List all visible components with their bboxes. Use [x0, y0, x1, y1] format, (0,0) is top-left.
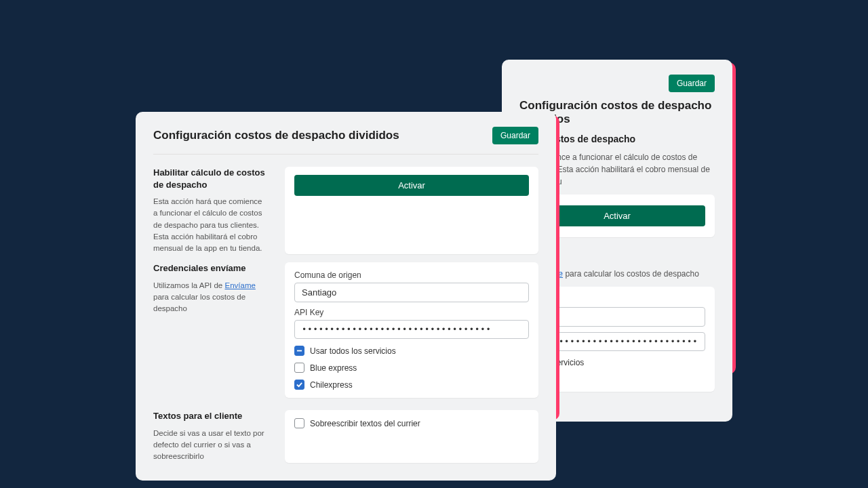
creds-desc-suffix-back: para calcular los costos de despacho [563, 269, 699, 279]
activate-button-front[interactable]: Activar [294, 175, 529, 196]
config-card-front: Configuración costos de despacho dividid… [136, 112, 556, 481]
check-blue-label: Blue express [310, 363, 357, 373]
comuna-input-front[interactable] [294, 283, 529, 302]
svg-rect-0 [297, 350, 302, 352]
check-chile-row: Chilexpress [294, 380, 529, 390]
check-override-row: Sobreescribir textos del currier [294, 418, 529, 428]
enable-desc-front: Esta acción hará que comience a funciona… [153, 196, 269, 254]
check-all-row: Usar todos los servicios [294, 346, 529, 356]
enable-title-front: Habilitar cálculo de costos de despacho [153, 167, 269, 190]
apikey-input-front[interactable] [294, 320, 529, 339]
creds-desc-suffix-front: para calcular los costos de despacho [153, 293, 245, 312]
check-chile-box[interactable] [294, 380, 304, 390]
check-override-box[interactable] [294, 418, 304, 428]
check-chile-label: Chilexpress [310, 380, 353, 390]
save-button-front[interactable]: Guardar [492, 127, 538, 144]
creds-desc-prefix-front: Utilizamos la API de [153, 281, 224, 289]
card-header-front: Configuración costos de despacho dividid… [153, 127, 538, 155]
comuna-label-front: Comuna de origen [294, 270, 529, 280]
save-button-back[interactable]: Guardar [669, 75, 715, 92]
check-all-box[interactable] [294, 346, 304, 356]
section-texts-front: Textos para el cliente Decide si vas a u… [153, 410, 538, 462]
card-title-front: Configuración costos de despacho dividid… [153, 129, 399, 142]
check-all-label: Usar todos los servicios [310, 346, 396, 356]
check-blue-box[interactable] [294, 363, 304, 373]
section-creds-front: Credenciales envíame Utilizamos la API d… [153, 262, 538, 398]
creds-title-front: Credenciales envíame [153, 262, 269, 274]
check-override-label: Sobreescribir textos del currier [310, 419, 420, 428]
creds-desc-front: Utilizamos la API de Envíame para calcul… [153, 280, 269, 315]
check-blue-row: Blue express [294, 363, 529, 373]
texts-desc-front: Decide si vas a usar el texto por defect… [153, 428, 269, 463]
apikey-label-front: API Key [294, 308, 529, 317]
section-enable-front: Habilitar cálculo de costos de despacho … [153, 167, 538, 254]
texts-title-front: Textos para el cliente [153, 410, 269, 422]
enviame-link-front[interactable]: Envíame [224, 281, 255, 289]
